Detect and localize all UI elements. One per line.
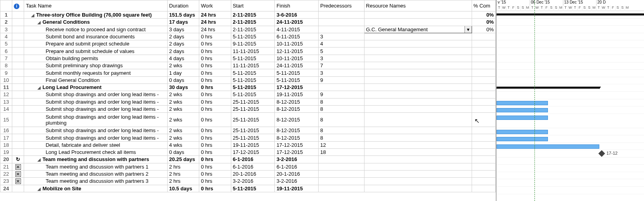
gantt-row[interactable] bbox=[497, 135, 644, 143]
work-cell[interactable]: 0 hrs bbox=[199, 33, 231, 40]
resource-cell[interactable] bbox=[364, 11, 472, 19]
dur-cell[interactable]: 2 wks bbox=[167, 105, 199, 112]
resource-cell[interactable] bbox=[364, 19, 472, 26]
gantt-row[interactable] bbox=[497, 19, 644, 26]
finish-cell[interactable]: 6-11-2015 bbox=[275, 33, 319, 40]
work-cell[interactable]: 0 hrs bbox=[199, 83, 231, 91]
work-cell[interactable]: 0 hrs bbox=[199, 55, 231, 62]
finish-cell[interactable]: 24-11-2015 bbox=[275, 19, 319, 26]
gantt-timeline[interactable]: v '1506 Dec '1513 Dec '1520 D TWTFSSMTWT… bbox=[496, 0, 644, 201]
milestone-marker[interactable] bbox=[599, 150, 605, 157]
start-cell[interactable]: 19-11-2015 bbox=[231, 141, 275, 148]
task-name-cell[interactable]: ◢Long Lead Procurement bbox=[24, 83, 167, 91]
resource-cell[interactable] bbox=[364, 40, 472, 47]
work-cell[interactable]: 0 hrs bbox=[199, 163, 231, 170]
work-cell[interactable]: 0 hrs bbox=[199, 134, 231, 141]
gantt-row[interactable] bbox=[497, 33, 644, 41]
finish-cell[interactable]: 17-12-2015 bbox=[275, 149, 319, 156]
table-row[interactable]: 22⌘Team meeting and discussion with part… bbox=[0, 170, 496, 177]
resource-header[interactable]: Resource Names bbox=[364, 0, 472, 11]
gantt-row[interactable] bbox=[497, 128, 644, 136]
table-row[interactable]: 10Final General Condition0 days0 hrs5-11… bbox=[0, 76, 496, 83]
task-name-cell[interactable]: Submit preliminary shop drawings bbox=[24, 62, 167, 69]
row-number[interactable]: 4 bbox=[0, 33, 12, 40]
table-row[interactable]: 7Obtain building permits4 days0 hrs5-11-… bbox=[0, 55, 496, 62]
gantt-row[interactable] bbox=[497, 172, 644, 180]
pct-cell[interactable] bbox=[472, 113, 495, 127]
start-cell[interactable]: 3-2-2016 bbox=[231, 178, 275, 185]
task-name-cell[interactable]: Final General Condition bbox=[24, 76, 167, 83]
task-bar[interactable] bbox=[497, 116, 548, 120]
table-row[interactable]: 21⌘Team meeting and discussion with part… bbox=[0, 163, 496, 170]
finish-cell[interactable]: 8-12-2015 bbox=[275, 113, 319, 127]
pred-cell[interactable] bbox=[319, 26, 364, 33]
work-cell[interactable]: 0 hrs bbox=[199, 141, 231, 148]
resource-cell[interactable] bbox=[364, 163, 472, 170]
resource-cell[interactable] bbox=[364, 141, 472, 148]
work-cell[interactable]: 0 hrs bbox=[199, 127, 231, 134]
task-name-cell[interactable]: Submit shop drawings and order long lead… bbox=[24, 98, 167, 105]
resource-cell[interactable] bbox=[364, 185, 472, 192]
start-cell[interactable]: 25-11-2015 bbox=[231, 105, 275, 112]
start-cell[interactable]: 2-11-2015 bbox=[231, 26, 275, 33]
pred-cell[interactable]: 8 bbox=[319, 113, 364, 127]
table-row[interactable]: 12Submit shop drawings and order long le… bbox=[0, 91, 496, 98]
gantt-row[interactable] bbox=[497, 165, 644, 172]
work-cell[interactable]: 0 hrs bbox=[199, 105, 231, 112]
task-name-cell[interactable]: Submit bond and insurance documents bbox=[24, 33, 167, 40]
dur-cell[interactable]: 4 wks bbox=[167, 141, 199, 148]
pct-cell[interactable]: 0% bbox=[472, 11, 495, 19]
pct-cell[interactable] bbox=[472, 156, 495, 163]
finish-cell[interactable]: 19-11-2015 bbox=[275, 91, 319, 98]
table-row[interactable]: 9Submit monthly requests for payment1 da… bbox=[0, 69, 496, 76]
table-row[interactable]: 17Submit shop drawings and order long le… bbox=[0, 134, 496, 141]
resource-cell[interactable] bbox=[364, 105, 472, 112]
pct-cell[interactable] bbox=[472, 163, 495, 170]
start-cell[interactable]: 25-11-2015 bbox=[231, 113, 275, 127]
task-name-cell[interactable]: Prepare and submit project schedule bbox=[24, 40, 167, 47]
finish-cell[interactable]: 19-11-2015 bbox=[275, 185, 319, 192]
work-cell[interactable]: 24 hrs bbox=[199, 11, 231, 19]
pct-complete-header[interactable]: % Com bbox=[472, 0, 495, 11]
work-cell[interactable]: 0 hrs bbox=[199, 40, 231, 47]
collapse-icon[interactable]: ◢ bbox=[38, 187, 42, 191]
table-row[interactable]: 14Submit shop drawings and order long le… bbox=[0, 105, 496, 112]
table-row[interactable]: 24◢Mobilize on Site10.5 days0 hrs5-11-20… bbox=[0, 185, 496, 192]
task-name-cell[interactable]: ◢Team meeting and discussion with partne… bbox=[24, 156, 167, 163]
collapse-icon[interactable]: ◢ bbox=[38, 157, 42, 161]
start-cell[interactable]: 5-11-2015 bbox=[231, 91, 275, 98]
row-number[interactable]: 8 bbox=[0, 62, 12, 69]
finish-cell[interactable]: 8-12-2015 bbox=[275, 127, 319, 134]
dur-cell[interactable]: 4 days bbox=[167, 55, 199, 62]
row-number[interactable]: 16 bbox=[0, 127, 12, 134]
task-bar[interactable] bbox=[497, 137, 548, 141]
task-name-cell[interactable]: Team meeting and discussion with partner… bbox=[24, 178, 167, 185]
table-row[interactable]: 1◢Three-story Office Building (76,000 sq… bbox=[0, 11, 496, 19]
task-name-cell[interactable]: Submit monthly requests for payment bbox=[24, 69, 167, 76]
finish-cell[interactable]: 5-11-2015 bbox=[275, 69, 319, 76]
gantt-row[interactable] bbox=[497, 55, 644, 63]
resource-cell[interactable] bbox=[364, 91, 472, 98]
collapse-icon[interactable]: ◢ bbox=[31, 13, 35, 17]
task-name-cell[interactable]: ◢General Conditions bbox=[24, 19, 167, 26]
gantt-row[interactable] bbox=[497, 84, 644, 92]
dur-cell[interactable]: 10.5 days bbox=[167, 185, 199, 192]
task-name-cell[interactable]: Detail, fabricate and deliver steel bbox=[24, 141, 167, 148]
table-row[interactable]: 11◢Long Lead Procurement30 days0 hrs5-11… bbox=[0, 83, 496, 91]
resource-cell[interactable] bbox=[364, 76, 472, 83]
work-cell[interactable]: 24 hrs bbox=[199, 19, 231, 26]
row-number[interactable]: 17 bbox=[0, 134, 12, 141]
pct-cell[interactable]: 0% bbox=[472, 26, 495, 33]
gantt-row[interactable] bbox=[497, 143, 644, 150]
resource-cell[interactable] bbox=[364, 170, 472, 177]
pred-cell[interactable]: 3 bbox=[319, 55, 364, 62]
resource-cell[interactable] bbox=[364, 62, 472, 69]
pred-cell[interactable] bbox=[319, 11, 364, 19]
row-number[interactable]: 7 bbox=[0, 55, 12, 62]
row-number[interactable]: 6 bbox=[0, 47, 12, 55]
task-name-cell[interactable]: Obtain building permits bbox=[24, 55, 167, 62]
dur-cell[interactable]: 1 day bbox=[167, 69, 199, 76]
work-cell[interactable]: 0 hrs bbox=[199, 47, 231, 55]
dur-cell[interactable]: 2 wks bbox=[167, 134, 199, 141]
task-table[interactable]: i Task Name Duration Work Start Finish P… bbox=[0, 0, 496, 192]
